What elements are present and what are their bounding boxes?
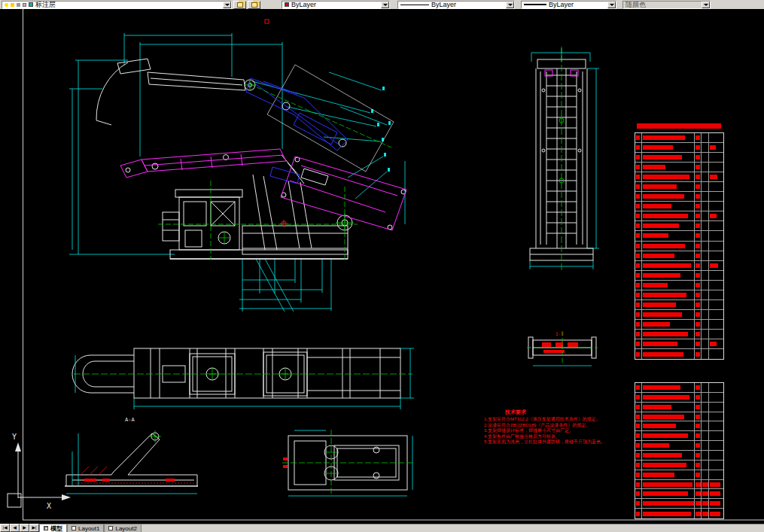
table-row [635,339,723,349]
color-combo-value: ByLayer [291,1,316,8]
table-row [635,441,723,451]
table-row [635,192,723,202]
tech-note-line: 5.支架表面为浅色，立柱缸体外露防锈，推移千斤顶为蓝色。 [484,439,619,445]
table-row [635,393,723,403]
layer-freeze-icon [11,3,14,7]
tab-model-label: 模型 [50,524,62,532]
plot-style-combo-value: 随颜色 [626,1,646,9]
ucs-icon: Y X [8,433,71,510]
plan-view [72,348,414,409]
hydraulic-leg [253,175,265,250]
tech-note-line: 2.涂漆应符合ZB/JZBD189《产品涂漆条件》的规定。 [484,423,619,429]
tab-model[interactable]: 模型 [39,524,67,532]
layout-tab-bar: |◀ ◀ ▶ ▶| 模型 Layout1 Layout2 [0,524,764,532]
next-tab-button[interactable]: ▶ [20,524,29,532]
table-row [635,489,723,499]
cutting-arc [96,62,128,120]
table-row [635,221,723,231]
color-combo[interactable]: ByLayer [282,1,390,9]
layer-previous-button[interactable] [248,1,260,9]
front-elevation-view [530,47,599,272]
lineweight-combo-value: ByLayer [549,1,574,8]
section-ii-label: I-I [555,331,564,336]
lineweight-combo[interactable]: ByLayer [521,1,616,9]
tech-notes: 技术要求 1.支架应符合MT312.2《液压支架通用技术条件》的规定。2.涂漆应… [484,409,619,445]
tech-note-line: 1.支架应符合MT312.2《液压支架通用技术条件》的规定。 [484,417,619,423]
main-side-view [69,20,406,312]
table-row [635,310,723,320]
table-row [635,383,723,393]
toolbar: 标注层 ByLayer ByLayer ByLayer 随颜色 [0,0,764,9]
table-row [635,271,723,281]
tilted-envelope [267,65,394,172]
table-row [635,251,723,261]
table-row [635,349,723,359]
table-row [635,153,723,163]
layout-tab-icon [108,526,113,530]
tech-notes-lines: 1.支架应符合MT312.2《液压支架通用技术条件》的规定。2.涂漆应符合ZB/… [484,417,619,445]
chevron-down-icon[interactable] [607,2,616,8]
tab-layout2[interactable]: Layout2 [104,524,141,532]
linetype-combo[interactable]: ByLayer [397,1,515,9]
centerlines [158,84,391,262]
table-row [635,281,723,290]
machine-body [175,190,242,197]
ucs-x-label: X [47,502,51,510]
tech-notes-title: 技术要求 [505,409,619,416]
layout-tab-icon [72,526,76,530]
small-plan-view [282,430,413,496]
table-row [635,320,723,330]
table-row [635,163,723,172]
chevron-down-icon[interactable] [381,2,389,8]
canopy-shield [120,149,406,230]
layer-on-icon [5,3,8,7]
make-layer-current-button[interactable] [233,1,246,9]
table-row [635,182,723,192]
table-row [635,499,723,509]
balloon-ticks [371,87,391,172]
tab-layout1-label: Layout1 [78,525,99,532]
layer-color-swatch [29,2,33,7]
table-row [635,202,723,211]
linetype-combo-value: ByLayer [431,1,456,8]
lineweight-sample-icon [524,4,546,5]
red-marks [265,20,288,227]
linetype-sample-icon [400,5,429,5]
layer-plot-icon [23,3,26,7]
tab-bar-filler [142,524,764,532]
tab-layout1[interactable]: Layout1 [67,524,104,532]
layer-combo[interactable]: 标注层 [2,1,232,9]
chevron-down-icon[interactable] [506,2,514,8]
table-row [635,470,723,480]
tech-note-line: 3.支架焊缝设计标准，焊缝最小尺寸由厂定。 [484,428,619,434]
layer-lock-icon [17,3,20,7]
section-view-ii: I-I [527,331,598,366]
plot-style-combo: 随颜色 [622,1,711,9]
chevron-down-icon[interactable] [223,2,231,8]
color-swatch [285,2,289,7]
table-row [635,172,723,182]
table-row [635,231,723,241]
table-row [635,480,723,490]
table-row [635,290,723,300]
layers-icon [237,2,243,8]
table-row [635,143,723,153]
drawing-canvas[interactable]: Y X [0,9,764,524]
table-row [635,509,723,518]
last-tab-button[interactable]: ▶| [29,524,39,532]
chevron-down-icon [702,2,710,8]
drawing-title-bar [637,123,721,129]
parts-list-table [635,132,724,360]
layers-icon [251,2,257,8]
table-row [635,451,723,461]
table-row [635,403,723,412]
first-tab-button[interactable]: |◀ [0,524,10,532]
table-row [635,431,723,441]
tech-note-line: 4.支架各件由厂检验合格后方可组装。 [484,434,619,440]
title-block-table [635,382,724,519]
previous-tab-button[interactable]: ◀ [10,524,20,532]
ucs-y-label: Y [12,433,17,441]
section-view-aa: A-A [65,417,198,494]
table-row [635,412,723,422]
table-row [635,461,723,470]
